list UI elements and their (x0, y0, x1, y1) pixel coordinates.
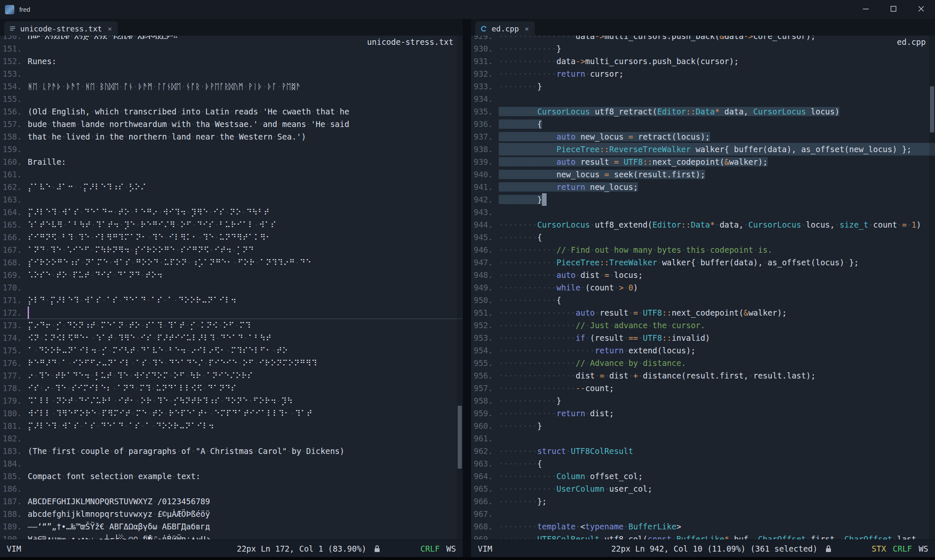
line-text (22, 143, 463, 156)
code-line[interactable]: 938.············PieceTree::ReverseTreeWa… (471, 143, 935, 156)
editor-content[interactable]: 929.················data->multi_cursors.… (471, 36, 935, 539)
code-line[interactable]: 189.–—‘“”„†•…‰™œŠŸž€·ΑΒΓΔΩαβγδω·АБВГДабв… (0, 520, 463, 533)
code-line[interactable]: 933.········} (471, 80, 935, 93)
code-line[interactable]: 161. (0, 168, 463, 181)
code-line[interactable]: 180.⠺⠊⠇⠇·⠹⠻⠑⠋⠕⠗⠑·⠏⠻⠍⠊⠞·⠍⠑·⠞⠕·⠗⠑⠏⠑⠁⠞⠂·⠑⠍⠏… (0, 407, 463, 420)
code-line[interactable]: 155. (0, 93, 463, 105)
code-line[interactable]: 935.········CursorLocus·utf8_retract(Edi… (471, 105, 935, 118)
code-line[interactable]: 187.ABCDEFGHIJKLMNOPQRSTUVWXYZ·/01234567… (0, 495, 463, 508)
code-line[interactable]: 934. (471, 93, 935, 105)
code-line[interactable]: 183.(The·first·couple·of·paragraphs·of·"… (0, 445, 463, 457)
code-line[interactable]: 939.············auto·result·=·UTF8::next… (471, 156, 935, 168)
code-line[interactable]: 154.ᚻᛖ·ᚳᚹᚫᚦ·ᚦᚫᛏ·ᚻᛖ·ᛒᚢᛞᛖ·ᚩᚾ·ᚦᚫᛗ·ᛚᚪᚾᛞᛖ·ᚾᚩᚱ… (0, 80, 463, 93)
code-line[interactable]: 158.that·he·lived·in·the·northern·land·n… (0, 130, 463, 143)
code-line[interactable]: 959.············return·dist; (471, 407, 935, 420)
code-line[interactable]: 184. (0, 457, 463, 470)
code-line[interactable]: 929.················data->multi_cursors.… (471, 36, 935, 42)
line-number: 165. (0, 218, 22, 231)
code-line[interactable]: 967. (471, 508, 935, 520)
code-line[interactable]: 188.abcdefghijklmnopqrstuvwxyz·£©µÀÆÖÞßé… (0, 508, 463, 520)
code-line[interactable]: 178.⠊⠎·⠔·⠹⠑·⠎⠊⠍⠊⠇⠑⠆·⠁⠝⠙·⠍⠹·⠥⠝⠙⠁⠇⠇⠪⠫·⠙⠁⠝⠙… (0, 382, 463, 394)
code-line[interactable]: 937.············auto·new_locus·=·retract… (471, 130, 935, 143)
code-line[interactable]: 169.⠡⠕⠎⠑·⠞⠕·⠏⠥⠞·⠙⠊⠎·⠙⠁⠝⠙·⠞⠕⠲ (0, 269, 463, 281)
code-line[interactable]: 157.bude·thaem·lande·northweardum·with·t… (0, 118, 463, 130)
close-button[interactable] (907, 0, 935, 19)
code-line[interactable]: 168.⡎⠊⠗⠕⠕⠛⠑⠰⠎·⠝⠁⠍⠑·⠺⠁⠎·⠛⠕⠕⠙·⠥⠏⠕⠝·⠰⡡⠁⠝⠛⠑⠂… (0, 256, 463, 269)
code-line[interactable]: 946.············//·Find·out·how·many·byt… (471, 244, 935, 256)
code-line[interactable]: 952.················//·Just·advance·the·… (471, 319, 935, 332)
code-line[interactable]: 960.········} (471, 420, 935, 432)
code-line[interactable]: 160.Braille: (0, 156, 463, 168)
code-line[interactable]: 176.⠗⠑⠛⠜⠙·⠁·⠊⠕⠋⠋⠔⠤⠝⠁⠊⠇·⠁⠎·⠹⠑·⠙⠑⠁⠙⠑⠌·⠏⠊⠑⠊… (0, 357, 463, 369)
code-line[interactable]: 175.⠁·⠙⠕⠕⠗⠤⠝⠁⠊⠇⠲·⡊·⠍⠊⠣⠞·⠙⠁⠧⠑·⠃⠑⠲·⠔⠊⠇⠔⠫⠂·… (0, 344, 463, 357)
code-line[interactable]: 153. (0, 67, 463, 80)
code-line[interactable]: 968.········template·<typename·BufferLik… (471, 520, 935, 533)
code-line[interactable]: 159. (0, 143, 463, 156)
line-text: ············Column·offset_col; (493, 470, 935, 482)
code-line[interactable]: 163. (0, 193, 463, 206)
code-line[interactable]: 156.(Old·English,·which·transcribed·into… (0, 105, 463, 118)
scrollbar-thumb[interactable] (458, 406, 462, 469)
code-line[interactable]: 953.················if·(result·==·UTF8::… (471, 332, 935, 344)
code-line[interactable]: 943. (471, 206, 935, 218)
code-line[interactable]: 932.············return·cursor; (471, 67, 935, 80)
scrollbar[interactable] (457, 36, 463, 539)
code-line[interactable]: 941.············return·new_locus; (471, 181, 935, 193)
line-number: 181. (0, 420, 22, 432)
code-line[interactable]: 950.············{ (471, 294, 935, 306)
code-line[interactable]: 173.⡍⠔⠙⠖·⡊·⠙⠕⠝⠰⠞·⠍⠑⠁⠝·⠞⠕·⠎⠁⠹·⠹⠁⠞·⡊·⠅⠝⠪·⠕… (0, 319, 463, 332)
code-line[interactable]: 930.············} (471, 42, 935, 55)
code-line[interactable]: 942.········} (471, 193, 935, 206)
tab-ed-cpp[interactable]: ed.cpp ✕ (475, 21, 535, 36)
scrollbar[interactable] (929, 36, 935, 539)
minimize-button[interactable] (852, 0, 880, 19)
code-line[interactable]: 966.········}; (471, 495, 935, 508)
code-line[interactable]: 949.············while·(count·>·0) (471, 281, 935, 294)
code-line[interactable]: 167.⠁⠝⠙·⠹⠑·⠡⠊⠑⠋·⠍⠳⠗⠝⠻⠲·⡎⠊⠗⠕⠕⠛⠑·⠎⠊⠛⠝⠫·⠊⠞⠲… (0, 244, 463, 256)
tab-unicode-stress-txt[interactable]: unicode-stress.txt ✕ (4, 21, 118, 36)
code-line[interactable]: 940.············new_locus·=·seek(result.… (471, 168, 935, 181)
code-line[interactable]: 965.············UserColumn·user_col; (471, 482, 935, 495)
code-line[interactable]: 171.⡕⠇⠙·⡍⠜⠇⠑⠹·⠺⠁⠎·⠁⠎·⠙⠑⠁⠙·⠁⠎·⠁·⠙⠕⠕⠗⠤⠝⠁⠊⠇… (0, 294, 463, 306)
editor-content[interactable]: 150.ሰው·እንደቤቱ·እንጅ·እንደ·ጉረቤቱ·አይተዳደርም።151.15… (0, 36, 463, 539)
code-line[interactable]: 172. (0, 306, 463, 319)
code-line[interactable]: 947.············PieceTree::TreeWalker·wa… (471, 256, 935, 269)
code-line[interactable]: 961. (471, 432, 935, 445)
code-line[interactable]: 958.············} (471, 394, 935, 407)
code-line[interactable]: 963.········{ (471, 457, 935, 470)
code-line[interactable]: 948.············auto·dist·=·locus; (471, 269, 935, 281)
pane-divider[interactable] (463, 19, 471, 557)
code-line[interactable]: 162.⡌⠁⠧⠑·⠼⠁⠒··⡍⠜⠇⠑⠹⠰⠎·⡣⠕⠌ (0, 181, 463, 193)
code-line[interactable]: 179.⠩⠁⠇⠇·⠝⠕⠞·⠙⠊⠌⠥⠗⠃·⠊⠞⠂·⠕⠗·⠹⠑·⡊⠳⠝⠞⠗⠹⠰⠎·⠙… (0, 394, 463, 407)
code-line[interactable]: 177.⠔·⠹⠑·⠞⠗⠁⠙⠑⠲·⡃⠥⠞·⠹⠑·⠺⠊⠎⠙⠕⠍·⠕⠋·⠳⠗·⠁⠝⠊⠑… (0, 369, 463, 382)
code-line[interactable]: 182. (0, 432, 463, 445)
tab-close-button[interactable]: ✕ (108, 25, 112, 33)
code-line[interactable]: 944.········CursorLocus·utf8_extend(Edit… (471, 218, 935, 231)
code-line[interactable]: 955.················//·Advance·by·distan… (471, 357, 935, 369)
code-line[interactable]: 181.⡍⠜⠇⠑⠹·⠺⠁⠎·⠁⠎·⠙⠑⠁⠙·⠁⠎·⠁·⠙⠕⠕⠗⠤⠝⠁⠊⠇⠲ (0, 420, 463, 432)
code-line[interactable]: 185.Compact·font·selection·example·text: (0, 470, 463, 482)
code-line[interactable]: 954.····················return·extend(lo… (471, 344, 935, 357)
code-line[interactable]: 190.∀∂∈ℝ∧∪≡∞·↑↗↨↻⇣·┐┼╔╘░►☺♀·ﬁ�⑀₂ἠḂӥẄɐː⍎א… (0, 533, 463, 539)
code-line[interactable]: 951.················auto·result·=·UTF8::… (471, 306, 935, 319)
status-flag-stx: STX (872, 544, 886, 553)
code-line[interactable]: 166.⠎⠊⠛⠝⠫·⠃⠹·⠹⠑·⠊⠇⠻⠛⠹⠍⠁⠝⠂·⠹⠑·⠊⠇⠻⠅⠂·⠹⠑·⠥⠝… (0, 231, 463, 244)
code-line[interactable]: 957.················--count; (471, 382, 935, 394)
code-line[interactable]: 936.········{ (471, 118, 935, 130)
code-line[interactable]: 164.⡍⠜⠇⠑⠹·⠺⠁⠎·⠙⠑⠁⠙⠒·⠞⠕·⠃⠑⠛⠔·⠺⠊⠹⠲·⡹⠻⠑·⠊⠎·… (0, 206, 463, 218)
code-line[interactable]: 962.········struct·UTF8ColResult (471, 445, 935, 457)
code-line[interactable]: 186. (0, 482, 463, 495)
code-line[interactable]: 964.············Column·offset_col; (471, 470, 935, 482)
code-line[interactable]: 165.⠱⠁⠞⠑⠧⠻·⠁⠃⠳⠞·⠹⠁⠞⠲·⡹⠑·⠗⠑⠛⠊⠌⠻·⠕⠋·⠙⠊⠎·⠃⠥… (0, 218, 463, 231)
scrollbar-thumb[interactable] (930, 86, 934, 132)
maximize-button[interactable] (880, 0, 907, 19)
code-line[interactable]: 931.············data->multi_cursors.push… (471, 55, 935, 67)
code-line[interactable]: 170. (0, 281, 463, 294)
code-line[interactable]: 152.Runes: (0, 55, 463, 67)
code-line[interactable]: 969.········UTF8ColResult·utf8_col(const… (471, 533, 935, 539)
tab-close-button[interactable]: ✕ (525, 25, 529, 33)
code-line[interactable]: 956.················dist·=·dist·+·distan… (471, 369, 935, 382)
code-line[interactable]: 174.⠪⠝·⠅⠝⠪⠇⠫⠛⠑⠂·⠱⠁⠞·⠹⠻⠑·⠊⠎·⠏⠜⠞⠊⠊⠥⠇⠜⠇⠹·⠙⠑… (0, 332, 463, 344)
editor-unicode-stress: 150.ሰው·እንደቤቱ·እንጅ·እንደ·ጉረቤቱ·አይተዳደርም።151.15… (0, 36, 463, 539)
code-line[interactable]: 945.········{ (471, 231, 935, 244)
